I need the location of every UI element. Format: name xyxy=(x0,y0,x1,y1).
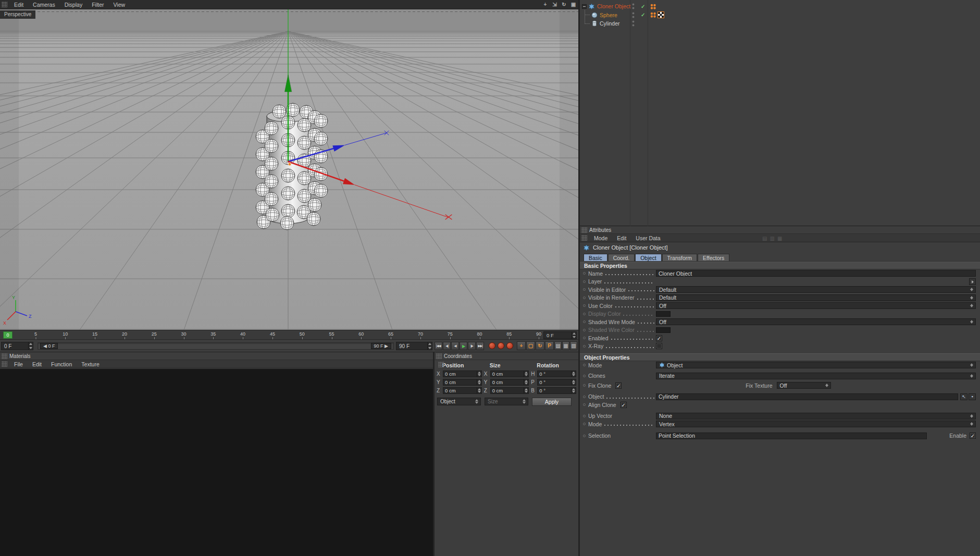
tab-effectors[interactable]: Effectors xyxy=(698,254,729,261)
prev-frame-button[interactable]: ◀ xyxy=(451,342,459,350)
attributes-menu-edit[interactable]: Edit xyxy=(612,234,631,242)
keyframe-dot[interactable] xyxy=(583,320,586,323)
timeline-tick[interactable]: 10 xyxy=(63,331,68,337)
clone-sphere[interactable] xyxy=(314,114,328,128)
clone-sphere[interactable] xyxy=(281,187,295,200)
visibility-dots[interactable] xyxy=(632,20,635,27)
pick-object-button[interactable]: ↖ xyxy=(960,393,967,400)
mode-vertex-dropdown[interactable]: Vertex xyxy=(656,421,976,427)
keyframe-dot[interactable] xyxy=(583,364,586,366)
viewport-scene[interactable]: Y Z X xyxy=(0,9,578,330)
range-start-handle[interactable]: ◀ 0 F xyxy=(40,343,58,349)
xray-checkbox[interactable] xyxy=(656,343,662,349)
goto-start-button[interactable]: |◀◀ xyxy=(435,342,442,350)
align-clone-checkbox[interactable]: ✓ xyxy=(621,402,627,408)
panel-handle-icon[interactable] xyxy=(436,353,442,359)
keyframe-dot[interactable] xyxy=(583,272,586,275)
layer-browser-button[interactable] xyxy=(969,278,976,285)
timeline-tick[interactable]: 85 xyxy=(506,331,512,337)
panel-handle-icon[interactable] xyxy=(438,362,444,367)
coord-value-field[interactable]: 0 cm xyxy=(490,387,529,394)
texture-tag-icon[interactable] xyxy=(658,11,664,18)
keyframe-dot[interactable] xyxy=(583,280,586,283)
object-label[interactable]: Cloner Object xyxy=(597,3,630,9)
next-frame-button[interactable]: |▶ xyxy=(468,342,476,350)
timeline-tick[interactable]: 40 xyxy=(240,331,245,337)
keyframe-dot[interactable] xyxy=(583,296,586,299)
stepper-icon[interactable] xyxy=(524,379,528,385)
toggle-view-icon[interactable]: ▣ xyxy=(569,1,577,8)
stepper-icon[interactable] xyxy=(28,342,33,350)
attributes-menu-mode[interactable]: Mode xyxy=(589,234,612,242)
viewport-menu-filter[interactable]: Filter xyxy=(87,1,108,8)
mograph-tag-icon[interactable] xyxy=(650,3,656,10)
keyframe-dot[interactable] xyxy=(583,304,586,307)
pan-icon[interactable]: + xyxy=(541,1,549,8)
tab-basic[interactable]: Basic xyxy=(584,254,607,261)
timeline-tick[interactable]: 70 xyxy=(418,331,423,337)
ruler-frame-field[interactable]: 0 F xyxy=(543,331,577,339)
coord-value-field[interactable]: 0 cm xyxy=(443,370,482,377)
coord-value-field[interactable]: 0 cm xyxy=(490,370,529,377)
current-frame-field[interactable]: 0 F xyxy=(1,342,33,350)
viewport-menu-edit[interactable]: Edit xyxy=(9,1,28,8)
clone-sphere[interactable] xyxy=(265,175,278,188)
keyframe-dot[interactable] xyxy=(583,403,586,406)
mograph-tag-icon[interactable] xyxy=(650,11,656,18)
object-link-menu-button[interactable]: ▪ xyxy=(969,393,976,400)
viewport-3d[interactable]: Perspective xyxy=(0,9,578,330)
object-row-sphere[interactable]: Sphere ✓ xyxy=(580,11,980,19)
range-end-handle[interactable]: 90 F ▶ xyxy=(371,343,391,349)
materials-menu-file[interactable]: File xyxy=(9,361,28,368)
stepper-icon[interactable] xyxy=(571,388,576,393)
key-interpolation-icon[interactable]: ▦ xyxy=(562,341,569,350)
timeline-tick[interactable]: 20 xyxy=(122,331,127,337)
visibility-dots[interactable] xyxy=(632,12,635,18)
shaded-wire-mode-dropdown[interactable]: Off xyxy=(656,318,976,325)
keyframe-dot[interactable] xyxy=(583,375,586,377)
timeline-ruler[interactable]: 0 51015202530354045505560657075808590 0 … xyxy=(0,330,578,340)
keyframe-dot[interactable] xyxy=(583,345,586,348)
record-scale-toggle[interactable]: ▢ xyxy=(526,341,535,350)
preview-range-slider[interactable]: ◀ 0 F 90 F ▶ xyxy=(38,342,394,350)
clone-sphere[interactable] xyxy=(265,139,278,153)
timeline-tick[interactable]: 65 xyxy=(388,331,393,337)
coord-value-field[interactable]: 0 ° xyxy=(537,387,576,394)
coord-value-field[interactable]: 0 cm xyxy=(490,379,529,386)
keyframe-dot[interactable] xyxy=(583,423,586,425)
object-row-cylinder[interactable]: Cylinder xyxy=(580,19,980,28)
mode-dropdown[interactable]: Object xyxy=(656,362,976,368)
timeline-tick[interactable]: 55 xyxy=(329,331,334,337)
timeline-options-icon[interactable]: ▧ xyxy=(570,341,577,350)
current-frame-marker[interactable]: 0 xyxy=(3,331,13,339)
coord-value-field[interactable]: 0 cm xyxy=(443,387,482,394)
panel-handle-icon[interactable] xyxy=(581,235,587,241)
end-frame-field[interactable]: 90 F xyxy=(396,342,432,350)
panel-handle-icon[interactable] xyxy=(2,361,7,367)
clone-sphere[interactable] xyxy=(314,132,328,145)
stepper-icon[interactable] xyxy=(477,371,481,377)
expand-toggle-icon[interactable] xyxy=(582,4,587,9)
enabled-check[interactable]: ✓ xyxy=(641,12,645,18)
tab-transform[interactable]: Transform xyxy=(662,254,697,261)
clone-sphere[interactable] xyxy=(280,216,294,230)
visible-in-editor-dropdown[interactable]: Default xyxy=(656,286,976,293)
autokeying-button[interactable] xyxy=(498,342,504,349)
timeline-tick[interactable]: 30 xyxy=(181,331,186,337)
enable-checkbox[interactable]: ✓ xyxy=(970,433,976,439)
timeline-tick[interactable]: 75 xyxy=(448,331,453,337)
stepper-icon[interactable] xyxy=(571,379,576,385)
attributes-header[interactable]: Attributes xyxy=(580,226,980,234)
enabled-check[interactable]: ✓ xyxy=(641,4,645,9)
enabled-checkbox[interactable]: ✓ xyxy=(656,335,662,341)
clone-sphere[interactable] xyxy=(314,184,328,197)
viewport-menu-view[interactable]: View xyxy=(108,1,130,8)
viewport-menu-display[interactable]: Display xyxy=(60,1,87,8)
rotate-icon[interactable]: ↻ xyxy=(560,1,568,8)
panel-handle-icon[interactable] xyxy=(581,227,587,233)
fix-clone-checkbox[interactable]: ✓ xyxy=(615,382,622,389)
play-button[interactable]: ▶ xyxy=(460,342,467,350)
clone-sphere[interactable] xyxy=(266,208,279,221)
zoom-icon[interactable]: ⇲ xyxy=(551,1,559,8)
keyframe-dot[interactable] xyxy=(583,435,586,437)
